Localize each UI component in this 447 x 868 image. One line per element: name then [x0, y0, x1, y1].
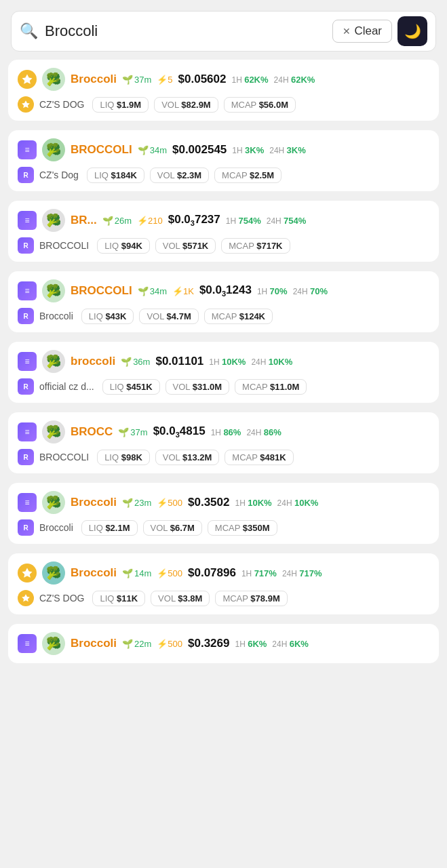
h24-pct: 24H 10K% [251, 357, 292, 367]
h24-pct: 24H 62K% [274, 75, 315, 85]
token-name: broccoli [71, 355, 115, 368]
token-row2: R official cz d... LIQ $451K VOL $31.0M … [18, 378, 429, 395]
token-avatar: 🥦 [42, 279, 65, 302]
token-name: Broccoli [71, 566, 117, 580]
token-name: BROCCOLI [71, 284, 132, 298]
txn-badge: ⚡500 [157, 498, 182, 508]
age-badge: 🌱14m [122, 568, 151, 578]
token-subname: CZ's Dog [39, 170, 79, 180]
token-price: $0.031243 [199, 283, 252, 298]
h24-pct: 24H 10K% [277, 498, 319, 508]
h24-pct: 24H 70% [293, 286, 328, 296]
age-badge: 🌱37m [118, 427, 147, 437]
moon-icon: 🌙 [404, 23, 421, 39]
token-card[interactable]: 🥦 Broccoli 🌱14m ⚡500 $0.07896 1H 717% 24… [8, 553, 439, 614]
h24-pct: 24H 86% [246, 427, 281, 437]
h1-pct: 1H 754% [226, 216, 261, 226]
token-card[interactable]: ≡ 🥦 BROCCOLI 🌱34m ⚡1K $0.031243 1H 70% 2… [8, 271, 439, 332]
vol-badge: VOL $2.3M [150, 167, 209, 183]
age-badge: 🌱37m [122, 75, 151, 85]
chain-icon [18, 96, 34, 113]
token-price: $0.07896 [188, 566, 236, 580]
h24-pct: 24H 6K% [272, 639, 309, 649]
token-subname: Broccoli [39, 522, 73, 533]
search-bar: 🔍 ✕ Clear 🌙 [11, 11, 436, 52]
token-row2: R Broccoli LIQ $2.1M VOL $6.7M MCAP $350… [18, 519, 429, 536]
token-row1: ≡ 🥦 Broccoli 🌱22m ⚡500 $0.3269 1H 6K% 24… [18, 632, 429, 655]
search-icon: 🔍 [20, 22, 38, 40]
token-subname: Broccoli [39, 311, 73, 321]
token-price: $0.01101 [155, 355, 203, 368]
token-row1: ≡ 🥦 broccoli 🌱36m $0.01101 1H 10K% 24H 1… [18, 350, 429, 373]
h24-pct: 24H 717% [282, 568, 322, 578]
h1-pct: 1H 10K% [209, 357, 246, 367]
token-price: $0.3502 [188, 496, 229, 509]
token-row1: ≡ 🥦 Broccoli 🌱23m ⚡500 $0.3502 1H 10K% 2… [18, 491, 429, 514]
age-badge: 🌱23m [122, 498, 151, 508]
token-row1: 🥦 Broccoli 🌱14m ⚡500 $0.07896 1H 717% 24… [18, 561, 429, 585]
search-container: 🔍 ✕ Clear 🌙 [0, 11, 447, 52]
token-price: $0.002545 [172, 143, 227, 157]
mcap-badge: MCAP $350M [208, 520, 277, 536]
txn-badge: ⚡500 [157, 568, 182, 578]
token-card[interactable]: ≡ 🥦 BROCCOLI 🌱34m $0.002545 1H 3K% 24H 3… [8, 130, 439, 191]
txn-badge: ⚡1K [172, 286, 194, 296]
chain-icon: R [18, 519, 34, 536]
mcap-badge: MCAP $481K [225, 450, 293, 465]
raydium-icon: ≡ [18, 140, 37, 159]
raydium-icon: ≡ [18, 493, 37, 512]
mcap-badge: MCAP $717K [221, 238, 290, 254]
token-name: BROCC [71, 425, 113, 439]
chain-icon: R [18, 237, 34, 254]
token-card[interactable]: 🥦 Broccoli 🌱37m ⚡5 $0.05602 1H 62K% 24H … [8, 60, 439, 121]
chain-icon: R [18, 308, 34, 324]
svg-marker-3 [22, 594, 30, 601]
vol-badge: VOL $4.7M [139, 309, 198, 324]
txn-badge: ⚡500 [157, 639, 182, 649]
h1-pct: 1H 10K% [235, 498, 271, 508]
h1-pct: 1H 6K% [235, 639, 267, 649]
chain-icon: R [18, 378, 34, 395]
token-avatar: 🥦 [42, 491, 65, 514]
vol-badge: VOL $3.8M [151, 591, 210, 606]
liq-badge: LIQ $451K [102, 379, 160, 395]
token-avatar: 🥦 [42, 420, 65, 443]
h1-pct: 1H 86% [211, 427, 241, 437]
token-row1: ≡ 🥦 BROCC 🌱37m $0.034815 1H 86% 24H 86% [18, 420, 429, 443]
clear-button[interactable]: ✕ Clear [332, 20, 392, 43]
token-row1: ≡ 🥦 BROCCOLI 🌱34m ⚡1K $0.031243 1H 70% 2… [18, 279, 429, 302]
vol-badge: VOL $31.0M [166, 379, 230, 395]
binance-icon [18, 564, 37, 583]
token-avatar: 🥦 [42, 68, 65, 91]
token-row1: ≡ 🥦 BROCCOLI 🌱34m $0.002545 1H 3K% 24H 3… [18, 138, 429, 161]
token-row2: R CZ's Dog LIQ $184K VOL $2.3M MCAP $2.5… [18, 167, 429, 183]
token-row2: R BROCCOLI LIQ $98K VOL $13.2M MCAP $481… [18, 449, 429, 465]
token-card[interactable]: ≡ 🥦 Broccoli 🌱23m ⚡500 $0.3502 1H 10K% 2… [8, 483, 439, 544]
token-card[interactable]: ≡ 🥦 BR... 🌱26m ⚡210 $0.037237 1H 754% 24… [8, 201, 439, 262]
mcap-badge: MCAP $78.9M [215, 591, 287, 606]
token-row1: ≡ 🥦 BR... 🌱26m ⚡210 $0.037237 1H 754% 24… [18, 209, 429, 232]
liq-badge: LIQ $184K [87, 167, 144, 183]
token-card[interactable]: ≡ 🥦 Broccoli 🌱22m ⚡500 $0.3269 1H 6K% 24… [8, 624, 439, 663]
token-avatar: 🥦 [42, 632, 65, 655]
liq-badge: LIQ $1.9M [92, 97, 149, 113]
age-badge: 🌱22m [122, 639, 151, 649]
h1-pct: 1H 70% [257, 286, 288, 296]
search-input[interactable] [45, 22, 332, 40]
token-avatar: 🥦 [42, 350, 65, 373]
token-row2: R Broccoli LIQ $43K VOL $4.7M MCAP $124K [18, 308, 429, 324]
token-avatar: 🥦 [42, 561, 65, 585]
token-price: $0.05602 [178, 73, 227, 86]
token-price: $0.3269 [188, 637, 229, 650]
dark-mode-button[interactable]: 🌙 [397, 16, 427, 46]
age-badge: 🌱26m [102, 216, 132, 226]
token-subname: BROCCOLI [39, 240, 89, 251]
token-row2: CZ'S DOG LIQ $11K VOL $3.8M MCAP $78.9M [18, 590, 429, 606]
token-avatar: 🥦 [42, 209, 65, 232]
token-card[interactable]: ≡ 🥦 BROCC 🌱37m $0.034815 1H 86% 24H 86% … [8, 412, 439, 473]
txn-badge: ⚡210 [137, 216, 163, 226]
h1-pct: 1H 62K% [231, 75, 268, 85]
h24-pct: 24H 754% [267, 216, 307, 226]
token-card[interactable]: ≡ 🥦 broccoli 🌱36m $0.01101 1H 10K% 24H 1… [8, 342, 439, 403]
chain-icon [18, 590, 34, 606]
